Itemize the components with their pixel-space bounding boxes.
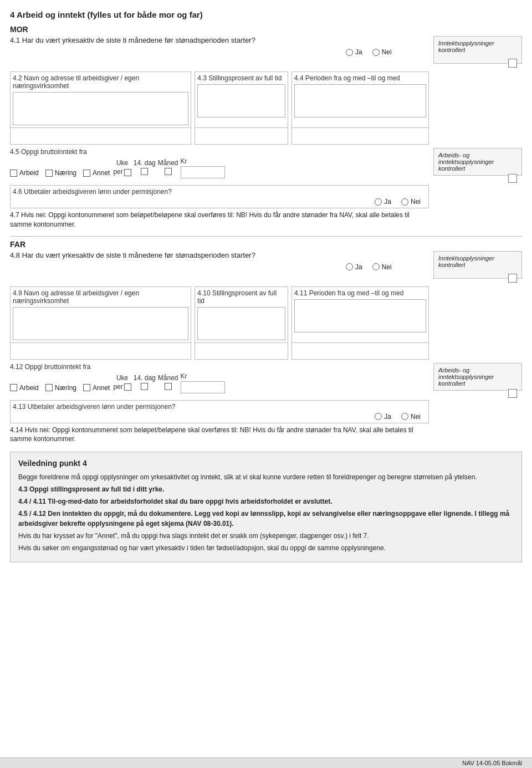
far-kr-label: Kr xyxy=(181,372,225,380)
far-inntektsopplysninger-panel: Inntektsopplysninger kontrollert xyxy=(433,251,522,279)
far-4-11-input[interactable] xyxy=(294,299,426,332)
guidance-p3: 4.4 / 4.11 Til-og-med-dato for arbeidsfo… xyxy=(18,496,514,506)
footer-bar: NAV 14-05.05 Bokmål xyxy=(0,757,532,768)
far-4-8-ja[interactable]: Ja xyxy=(346,263,362,271)
far-uke-label: Uke xyxy=(113,374,131,382)
guidance-p6: Hvis du søker om engangsstønad og har væ… xyxy=(18,543,514,553)
far-naering-checkbox[interactable] xyxy=(45,384,53,391)
far-dag-label: 14. dag xyxy=(134,374,156,382)
page: 4 Arbeid og inntekt (fylles ut for både … xyxy=(0,0,532,768)
mor-4-6-nei[interactable]: Nei xyxy=(401,198,421,206)
q4-1-text: 4.1 Har du vært yrkesaktiv de siste ti m… xyxy=(10,36,336,68)
mor-4-2-input[interactable] xyxy=(13,92,188,125)
far-dag-checkbox[interactable] xyxy=(141,383,148,390)
mor-4-4-col: 4.4 Perioden fra og med –til og med xyxy=(291,71,429,128)
mor-maned-checkbox[interactable] xyxy=(165,168,172,175)
mor-4-4-input[interactable] xyxy=(294,84,426,117)
far-label: FAR xyxy=(10,240,522,249)
mor-inntektsopplysninger-checkbox[interactable] xyxy=(508,59,517,68)
mor-4-2-extra[interactable] xyxy=(10,128,191,145)
far-4-9-extra[interactable] xyxy=(10,343,191,360)
far-4-9-label: 4.9 Navn og adresse til arbeidsgiver / e… xyxy=(13,289,188,305)
far-4-10-extra[interactable] xyxy=(195,343,288,360)
mor-4-7-col: 4.7 Hvis nei: Oppgi kontonummeret som be… xyxy=(10,211,429,232)
far-kr-input[interactable] xyxy=(181,381,225,393)
far-section: FAR 4.8 Har du vært yrkesaktiv de siste … xyxy=(10,240,522,447)
mor-4-1-ja-radio[interactable] xyxy=(346,49,353,56)
far-4-13-label: 4.13 Utbetaler arbeidsgiveren lønn under… xyxy=(13,403,426,411)
mor-4-5-label: 4.5 Oppgi bruttoinntekt fra xyxy=(10,148,429,156)
mor-per-label: per xyxy=(113,168,122,176)
q4-8-text: 4.8 Har du vært yrkesaktiv de siste ti m… xyxy=(10,251,336,283)
far-arbeids-checkbox[interactable] xyxy=(508,389,517,398)
mor-4-1-nei[interactable]: Nei xyxy=(372,48,392,56)
mor-arbeids-checkbox[interactable] xyxy=(508,174,517,183)
far-4-11-extra[interactable] xyxy=(291,343,429,360)
footer-text: NAV 14-05.05 Bokmål xyxy=(462,760,522,766)
mor-annet-checkbox[interactable] xyxy=(83,170,90,177)
mor-arbeid-checkbox[interactable] xyxy=(10,170,17,177)
mor-arbeids-panel: Arbeids- og inntektsopplysninger kontrol… xyxy=(433,148,522,176)
far-4-9-col: 4.9 Navn og adresse til arbeidsgiver / e… xyxy=(10,286,191,343)
mor-inntektsopplysninger-label: Inntektsopplysninger kontrollert xyxy=(438,40,517,53)
far-4-14-text: 4.14 Hvis nei: Oppgi kontonummeret som b… xyxy=(10,426,429,444)
far-4-11-col: 4.11 Perioden fra og med –til og med xyxy=(291,286,429,343)
far-arbeids-label: Arbeids- og inntektsopplysninger kontrol… xyxy=(438,367,517,387)
guidance-p1: Begge foreldrene må oppgi opplysninger o… xyxy=(18,472,514,482)
far-4-13-ja[interactable]: Ja xyxy=(375,413,391,421)
far-4-11-label: 4.11 Perioden fra og med –til og med xyxy=(294,289,426,297)
far-inntektsopplysninger-checkbox[interactable] xyxy=(508,274,517,283)
mor-4-1-ja[interactable]: Ja xyxy=(346,48,362,56)
mor-uke-label: Uke xyxy=(113,159,131,167)
far-4-12-label: 4.12 Oppgi bruttoinntekt fra xyxy=(10,363,429,371)
mor-4-7-text: 4.7 Hvis nei: Oppgi kontonummeret som be… xyxy=(10,211,429,229)
far-arbeids-panel: Arbeids- og inntektsopplysninger kontrol… xyxy=(433,363,522,391)
far-4-8-nei[interactable]: Nei xyxy=(372,263,392,271)
mor-4-2-col: 4.2 Navn og adresse til arbeidsgiver / e… xyxy=(10,71,191,128)
mor-4-3-label: 4.3 Stillingsprosent av full tid xyxy=(197,74,285,82)
guidance-p4: 4.5 / 4.12 Den inntekten du oppgir, må d… xyxy=(18,509,514,529)
far-4-9-input[interactable] xyxy=(13,307,188,340)
far-4-13-nei-radio[interactable] xyxy=(401,413,408,420)
mor-4-3-col: 4.3 Stillingsprosent av full tid xyxy=(195,71,288,128)
mor-section: MOR 4.1 Har du vært yrkesaktiv de siste … xyxy=(10,25,522,232)
guidance-p5: Hvis du har krysset av for "Annet", må d… xyxy=(18,531,514,541)
mor-4-1-nei-radio[interactable] xyxy=(372,49,380,56)
mor-4-6-ja-radio[interactable] xyxy=(375,198,382,206)
mor-4-4-extra[interactable] xyxy=(291,128,429,145)
far-4-10-input[interactable] xyxy=(197,307,285,340)
mor-4-2-label: 4.2 Navn og adresse til arbeidsgiver / e… xyxy=(13,74,188,90)
mor-uke-checkbox[interactable] xyxy=(124,169,131,176)
far-4-13-ja-radio[interactable] xyxy=(375,413,382,420)
far-4-14-col: 4.14 Hvis nei: Oppgi kontonummeret som b… xyxy=(10,426,429,447)
far-inntektsopplysninger-label: Inntektsopplysninger kontrollert xyxy=(438,255,517,268)
page-title: 4 Arbeid og inntekt (fylles ut for både … xyxy=(10,10,203,19)
mor-4-6-label: 4.6 Utbetaler arbeidsgiveren lønn under … xyxy=(13,188,426,196)
mor-kr-input[interactable] xyxy=(181,166,225,178)
mor-arbeids-label: Arbeids- og inntektsopplysninger kontrol… xyxy=(438,152,517,172)
far-4-13-nei[interactable]: Nei xyxy=(401,413,421,421)
far-4-10-label: 4.10 Stillingsprosent av full tid xyxy=(197,289,285,305)
far-maned-label: Måned xyxy=(158,374,178,382)
mor-kr-label: Kr xyxy=(181,157,225,165)
far-maned-checkbox[interactable] xyxy=(165,383,172,390)
far-arbeid-checkbox[interactable] xyxy=(10,384,17,391)
mor-dag-checkbox[interactable] xyxy=(141,168,148,175)
far-4-8-nei-radio[interactable] xyxy=(372,263,380,270)
guidance-title: Veiledning punkt 4 xyxy=(18,459,514,468)
far-annet-checkbox[interactable] xyxy=(83,384,90,391)
far-per-label: per xyxy=(113,383,122,391)
mor-4-6-ja[interactable]: Ja xyxy=(375,198,391,206)
mor-naering-checkbox[interactable] xyxy=(45,170,53,177)
mor-maned-label: Måned xyxy=(158,159,178,167)
mor-4-3-input[interactable] xyxy=(197,84,285,117)
mor-4-6-nei-radio[interactable] xyxy=(401,198,408,206)
far-4-10-col: 4.10 Stillingsprosent av full tid xyxy=(195,286,288,343)
guidance-section: Veiledning punkt 4 Begge foreldrene må o… xyxy=(10,452,522,562)
far-uke-checkbox[interactable] xyxy=(124,383,131,391)
mor-dag-label: 14. dag xyxy=(134,159,156,167)
far-4-8-ja-radio[interactable] xyxy=(346,263,353,270)
mor-4-6-col: 4.6 Utbetaler arbeidsgiveren lønn under … xyxy=(10,185,429,208)
mor-4-3-extra[interactable] xyxy=(195,128,288,145)
far-4-13-col: 4.13 Utbetaler arbeidsgiveren lønn under… xyxy=(10,400,429,423)
